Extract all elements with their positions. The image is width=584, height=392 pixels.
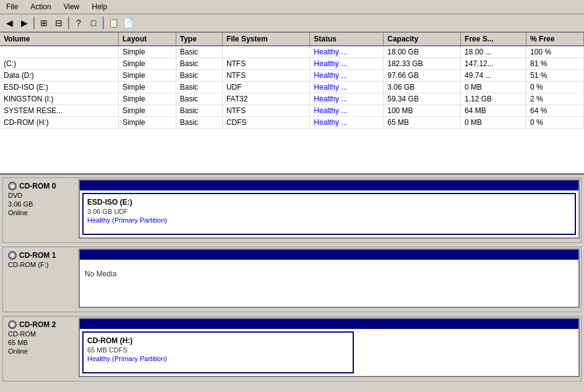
disk-label-type-cd-rom-1: CD-ROM (F:) (8, 261, 72, 268)
cell-capacity: 18.00 GB (384, 46, 461, 58)
toolbar-console[interactable]: ⊞ (37, 16, 51, 30)
disk-visual-cd-rom-0: ESD-ISO (E:) 3.06 GB UDF Healthy (Primar… (79, 179, 580, 239)
table-row[interactable]: ESD-ISO (E:) Simple Basic UDF Healthy ..… (0, 82, 584, 93)
partition-cd-rom-2[interactable]: CD-ROM (H:) 65 MB CDFS Healthy (Primary … (82, 331, 354, 373)
cell-layout: Simple (118, 58, 176, 70)
toolbar-sep-3 (103, 17, 104, 29)
cell-pctfree: 100 % (526, 46, 584, 58)
disk-label-status-cd-rom-0: Online (8, 209, 72, 216)
disk-label-cd-rom-0: CD-ROM 0 DVD 3.06 GB Online (3, 178, 77, 240)
toolbar-doc2[interactable]: 📄 (121, 16, 135, 30)
cell-status: Healthy ... (310, 93, 384, 105)
cell-capacity: 65 MB (384, 117, 461, 129)
cell-filesystem: NTFS (222, 58, 309, 70)
menu-action[interactable]: Action (27, 1, 54, 12)
cell-type: Basic (176, 46, 222, 58)
toolbar-forward[interactable]: ▶ (17, 16, 31, 30)
disk-row-inner-cd-rom-1: CD-ROM 1 CD-ROM (F:) No Media (3, 247, 581, 309)
menu-view[interactable]: View (60, 1, 84, 12)
disk-label-type-cd-rom-2: CD-ROM (8, 330, 72, 338)
cell-layout: Simple (118, 93, 176, 105)
cell-status: Healthy ... (310, 70, 384, 82)
cell-free: 0 MB (461, 82, 526, 93)
cell-type: Basic (176, 117, 222, 129)
cell-volume: KINGSTON (I:) (0, 93, 118, 105)
table-row[interactable]: (C:) Simple Basic NTFS Healthy ... 182.3… (0, 58, 584, 70)
cell-type: Basic (176, 93, 222, 105)
cell-pctfree: 0 % (526, 82, 584, 93)
volume-table: Volume Layout Type File System Status Ca… (0, 33, 584, 129)
cell-capacity: 97.66 GB (384, 70, 461, 82)
cell-free: 147.12... (461, 58, 526, 70)
cell-status: Healthy ... (310, 46, 384, 58)
volume-table-panel: Volume Layout Type File System Status Ca… (0, 33, 584, 175)
cell-free: 18.00 ... (461, 46, 526, 58)
menu-file[interactable]: File (2, 1, 22, 12)
table-row[interactable]: Data (D:) Simple Basic NTFS Healthy ... … (0, 70, 584, 82)
cell-volume: Data (D:) (0, 70, 118, 82)
cell-volume: (C:) (0, 58, 118, 70)
table-row[interactable]: KINGSTON (I:) Simple Basic FAT32 Healthy… (0, 93, 584, 105)
menu-bar: File Action View Help (0, 0, 584, 14)
cell-type: Basic (176, 82, 222, 93)
cell-pctfree: 64 % (526, 105, 584, 117)
toolbar-sep-2 (68, 17, 69, 29)
cell-pctfree: 2 % (526, 93, 584, 105)
disk-label-title-cd-rom-2: CD-ROM 2 (19, 320, 56, 329)
cell-volume: SYSTEM RESE... (0, 105, 118, 117)
disk-label-title-cd-rom-1: CD-ROM 1 (19, 251, 56, 260)
cell-type: Basic (176, 58, 222, 70)
partition-status: Healthy (Primary Partition) (87, 216, 571, 224)
table-row[interactable]: Simple Basic Healthy ... 18.00 GB 18.00 … (0, 46, 584, 58)
disk-label-size-cd-rom-2: 65 MB (8, 339, 72, 346)
disk-row-inner-cd-rom-2: CD-ROM 2 CD-ROM 65 MB Online CD-ROM (H:)… (3, 317, 581, 378)
cell-status: Healthy ... (310, 58, 384, 70)
toolbar-sep-1 (33, 17, 35, 29)
cell-status: Healthy ... (310, 105, 384, 117)
menu-help[interactable]: Help (88, 1, 111, 12)
cell-volume (0, 46, 118, 58)
toolbar-refresh[interactable]: ⊟ (52, 16, 66, 30)
col-volume: Volume (0, 33, 118, 46)
cell-filesystem: NTFS (222, 70, 309, 82)
col-filesystem: File System (222, 33, 309, 46)
cell-layout: Simple (118, 105, 176, 117)
toolbar-window[interactable]: □ (87, 16, 100, 30)
cell-capacity: 182.33 GB (384, 58, 461, 70)
table-row[interactable]: CD-ROM (H:) Simple Basic CDFS Healthy ..… (0, 117, 584, 129)
cell-layout: Simple (118, 46, 176, 58)
disk-row-inner-cd-rom-0: CD-ROM 0 DVD 3.06 GB Online ESD-ISO (E:)… (3, 178, 581, 240)
disk-visualization-panel: CD-ROM 0 DVD 3.06 GB Online ESD-ISO (E:)… (0, 175, 584, 392)
toolbar-back[interactable]: ◀ (2, 16, 16, 30)
toolbar-help[interactable]: ? (72, 16, 85, 30)
col-free: Free S... (461, 33, 526, 46)
disk-header-bar-cd-rom-2 (80, 319, 578, 329)
cell-type: Basic (176, 105, 222, 117)
cell-status: Healthy ... (310, 82, 384, 93)
disk-icon-cd-rom-0: CD-ROM 0 (8, 182, 72, 190)
disk-label-cd-rom-1: CD-ROM 1 CD-ROM (F:) (3, 247, 77, 309)
cell-filesystem: CDFS (222, 117, 309, 129)
cell-filesystem: NTFS (222, 105, 309, 117)
toolbar: ◀ ▶ ⊞ ⊟ ? □ 📋 📄 (0, 14, 584, 33)
disk-icon-cd-rom-1: CD-ROM 1 (8, 251, 72, 260)
cell-layout: Simple (118, 117, 176, 129)
main-area: Volume Layout Type File System Status Ca… (0, 33, 584, 392)
col-capacity: Capacity (384, 33, 461, 46)
cell-pctfree: 0 % (526, 117, 584, 129)
cell-capacity: 3.06 GB (384, 82, 461, 93)
table-row[interactable]: SYSTEM RESE... Simple Basic NTFS Healthy… (0, 105, 584, 117)
partition-cd-rom-0[interactable]: ESD-ISO (E:) 3.06 GB UDF Healthy (Primar… (82, 193, 576, 235)
partition-info: 3.06 GB UDF (87, 208, 571, 215)
partition-status: Healthy (Primary Partition) (87, 355, 349, 362)
disk-no-media-cd-rom-1: No Media (80, 260, 578, 288)
col-type: Type (176, 33, 222, 46)
col-pctfree: % Free (526, 33, 584, 46)
partition-title: CD-ROM (H:) (87, 336, 349, 345)
cell-filesystem (222, 46, 309, 58)
partition-info: 65 MB CDFS (87, 346, 349, 354)
disk-label-status-cd-rom-2: Online (8, 347, 72, 355)
disk-row-cd-rom-1: CD-ROM 1 CD-ROM (F:) No Media (2, 247, 582, 312)
cell-pctfree: 81 % (526, 58, 584, 70)
toolbar-doc1[interactable]: 📋 (106, 16, 120, 30)
